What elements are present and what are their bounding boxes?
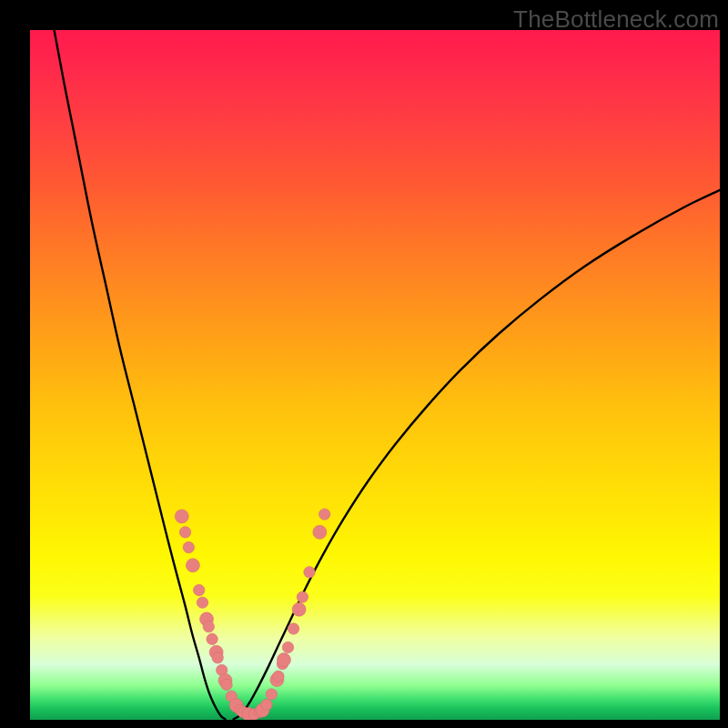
data-marker <box>207 633 217 644</box>
curve-left-branch <box>55 30 226 719</box>
curve-group <box>55 30 720 719</box>
data-marker <box>183 541 194 552</box>
data-marker <box>304 567 315 578</box>
data-marker <box>203 621 214 632</box>
plot-area <box>30 30 720 720</box>
data-markers <box>175 509 330 720</box>
data-marker <box>197 597 207 608</box>
data-marker <box>277 653 290 667</box>
data-marker <box>179 527 190 538</box>
data-marker <box>313 525 327 539</box>
chart-frame: TheBottleneck.com <box>0 0 728 728</box>
watermark-text: TheBottleneck.com <box>513 5 719 34</box>
data-marker <box>212 652 223 663</box>
data-marker <box>297 592 308 602</box>
data-marker <box>288 623 298 634</box>
data-marker <box>175 510 188 523</box>
data-marker <box>221 679 232 690</box>
curve-right-branch <box>234 190 720 719</box>
chart-svg <box>30 30 720 720</box>
data-marker <box>273 671 284 682</box>
data-marker <box>318 509 329 520</box>
data-marker <box>282 642 293 652</box>
data-marker <box>266 689 277 700</box>
data-marker <box>261 699 272 710</box>
data-marker <box>194 584 205 595</box>
data-marker <box>186 559 199 572</box>
data-marker <box>292 602 306 616</box>
